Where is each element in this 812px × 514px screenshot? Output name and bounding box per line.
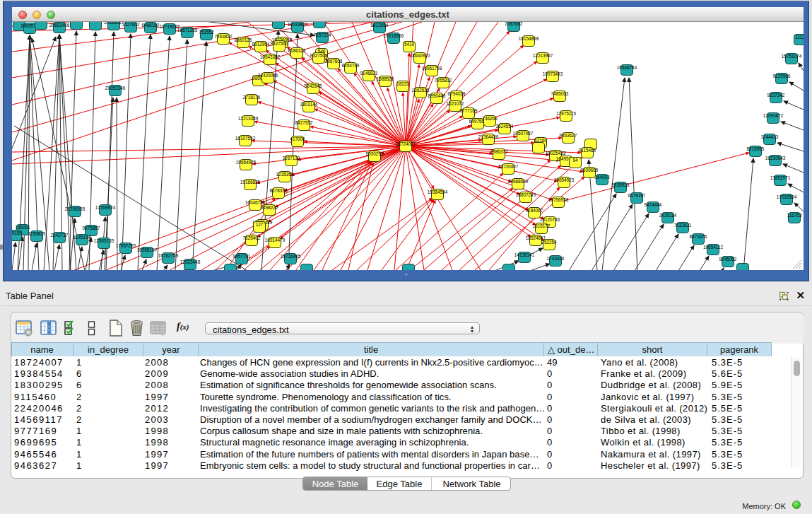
svg-text:16914479: 16914479 [265, 238, 286, 243]
svg-text:127: 127 [256, 222, 264, 227]
svg-text:19756928: 19756928 [548, 197, 569, 202]
svg-text:18220: 18220 [396, 81, 409, 86]
svg-text:9457791: 9457791 [233, 254, 251, 259]
svg-text:10973493: 10973493 [543, 71, 563, 76]
svg-text:8471676: 8471676 [690, 234, 707, 239]
svg-text:1588520: 1588520 [377, 76, 394, 81]
svg-text:17957255: 17957255 [116, 243, 136, 248]
svg-text:7632621: 7632621 [674, 223, 692, 228]
svg-text:7463822: 7463822 [215, 34, 233, 39]
svg-text:10607487: 10607487 [513, 131, 534, 136]
svg-text:2803144: 2803144 [300, 102, 318, 107]
svg-text:8454749: 8454749 [342, 63, 360, 68]
svg-text:18724007: 18724007 [396, 141, 416, 146]
svg-text:16782759: 16782759 [158, 253, 179, 258]
svg-text:8427552: 8427552 [295, 120, 313, 125]
svg-text:164093: 164093 [594, 175, 610, 180]
svg-text:5938923: 5938923 [612, 182, 630, 187]
svg-text:19218506: 19218506 [384, 33, 404, 38]
svg-text:16961758: 16961758 [422, 66, 442, 71]
svg-text:16033809: 16033809 [288, 22, 308, 27]
svg-text:8813054: 8813054 [371, 23, 389, 28]
svg-text:3624554: 3624554 [496, 124, 514, 129]
svg-text:8860125: 8860125 [235, 37, 252, 42]
svg-text:18640910: 18640910 [410, 53, 430, 58]
svg-text:7357224: 7357224 [314, 33, 331, 37]
svg-text:1527602: 1527602 [122, 22, 140, 27]
svg-text:1615172: 1615172 [533, 223, 551, 228]
svg-text:94: 94 [572, 158, 578, 163]
svg-text:6466160: 6466160 [142, 23, 160, 28]
svg-text:417006: 417006 [290, 136, 305, 141]
svg-text:20053346: 20053346 [105, 86, 126, 90]
svg-text:1156829: 1156829 [28, 231, 46, 236]
svg-text:9498222: 9498222 [261, 205, 278, 210]
svg-text:16648784: 16648784 [617, 65, 637, 70]
svg-text:9699695: 9699695 [581, 168, 599, 173]
svg-text:7625402: 7625402 [243, 235, 261, 240]
svg-text:751552: 751552 [199, 30, 214, 35]
svg-text:9327508: 9327508 [310, 53, 328, 58]
svg-text:16154808: 16154808 [519, 36, 539, 41]
svg-text:9463627: 9463627 [560, 133, 577, 138]
svg-text:1244413: 1244413 [761, 134, 779, 139]
svg-text:8912954: 8912954 [252, 42, 270, 47]
svg-text:8186328: 8186328 [288, 48, 306, 53]
svg-text:17359924: 17359924 [95, 205, 116, 210]
svg-text:785061: 785061 [15, 225, 30, 230]
svg-text:19384554: 19384554 [428, 189, 448, 194]
svg-text:9474444: 9474444 [645, 202, 662, 207]
svg-text:62160: 62160 [534, 138, 547, 143]
svg-text:12505135: 12505135 [94, 238, 114, 243]
svg-text:8215955: 8215955 [747, 146, 765, 151]
svg-text:12975115: 12975115 [556, 111, 576, 116]
svg-text:5300293: 5300293 [366, 151, 384, 156]
svg-text:5419: 5419 [404, 42, 415, 47]
svg-text:1112: 1112 [795, 35, 804, 40]
svg-text:16671355: 16671355 [177, 28, 198, 33]
svg-text:39159: 39159 [12, 230, 22, 235]
svg-text:7955812: 7955812 [435, 78, 452, 83]
svg-text:22420046: 22420046 [258, 73, 278, 78]
svg-text:9242848: 9242848 [305, 83, 322, 88]
svg-text:21364436: 21364436 [478, 134, 499, 139]
svg-text:9129966: 9129966 [773, 74, 791, 78]
svg-text:10688609: 10688609 [508, 179, 529, 184]
svg-text:15751074: 15751074 [782, 54, 802, 59]
svg-text:2935114: 2935114 [659, 213, 677, 218]
svg-text:16120746: 16120746 [540, 217, 560, 222]
svg-text:12923448: 12923448 [180, 259, 201, 264]
svg-text:9777169: 9777169 [460, 108, 478, 113]
svg-text:1145194: 1145194 [73, 235, 91, 240]
svg-text:19654923: 19654923 [554, 177, 575, 182]
svg-text:2967608: 2967608 [325, 59, 343, 64]
svg-text:16107552: 16107552 [235, 136, 256, 141]
svg-text:12213389: 12213389 [238, 116, 259, 121]
svg-text:1362615: 1362615 [412, 88, 430, 93]
svg-text:10958107: 10958107 [137, 247, 158, 252]
svg-text:2718176: 2718176 [243, 95, 261, 100]
svg-text:16046736: 16046736 [245, 200, 266, 205]
svg-text:10025433: 10025433 [546, 151, 566, 156]
svg-text:9184067: 9184067 [526, 208, 543, 213]
svg-text:1733426: 1733426 [547, 256, 565, 261]
svg-text:8990448: 8990448 [428, 93, 446, 98]
svg-text:1235359: 1235359 [276, 172, 294, 177]
svg-text:8678332: 8678332 [270, 188, 288, 193]
svg-text:746266: 746266 [482, 116, 498, 121]
svg-text:9327500: 9327500 [271, 41, 288, 46]
svg-text:15716485: 15716485 [281, 254, 301, 259]
svg-text:2087682: 2087682 [505, 22, 523, 26]
svg-text:13692971: 13692971 [770, 175, 791, 180]
svg-text:3267130: 3267130 [283, 156, 300, 160]
svg-text:20206505: 20206505 [65, 206, 86, 211]
svg-text:9115460: 9115460 [579, 148, 596, 153]
svg-text:10543382: 10543382 [260, 54, 281, 59]
svg-text:15720407: 15720407 [498, 164, 519, 169]
svg-text:12093872: 12093872 [763, 113, 784, 118]
svg-text:16210643: 16210643 [765, 156, 786, 160]
svg-text:7986372: 7986372 [490, 149, 508, 154]
svg-text:10655267: 10655267 [104, 22, 124, 25]
svg-text:6794028: 6794028 [448, 91, 466, 96]
svg-text:20691406: 20691406 [49, 23, 70, 28]
